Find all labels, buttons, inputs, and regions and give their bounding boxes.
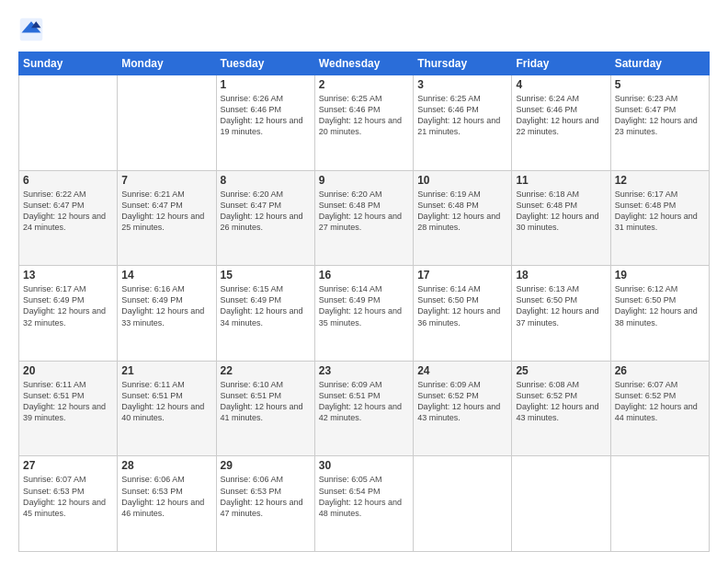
calendar-cell: 3Sunrise: 6:25 AM Sunset: 6:46 PM Daylig… bbox=[414, 75, 512, 171]
calendar-cell: 25Sunrise: 6:08 AM Sunset: 6:52 PM Dayli… bbox=[512, 361, 610, 456]
day-info: Sunrise: 6:17 AM Sunset: 6:48 PM Dayligh… bbox=[615, 189, 705, 234]
day-info: Sunrise: 6:25 AM Sunset: 6:46 PM Dayligh… bbox=[417, 93, 507, 138]
day-number: 23 bbox=[319, 364, 409, 377]
day-number: 30 bbox=[319, 459, 409, 472]
day-info: Sunrise: 6:24 AM Sunset: 6:46 PM Dayligh… bbox=[516, 93, 606, 138]
calendar-cell: 30Sunrise: 6:05 AM Sunset: 6:54 PM Dayli… bbox=[314, 456, 413, 552]
col-header-tuesday: Tuesday bbox=[216, 52, 314, 75]
calendar-cell: 28Sunrise: 6:06 AM Sunset: 6:53 PM Dayli… bbox=[118, 456, 216, 552]
calendar-cell: 8Sunrise: 6:20 AM Sunset: 6:47 PM Daylig… bbox=[216, 170, 314, 266]
calendar-cell: 1Sunrise: 6:26 AM Sunset: 6:46 PM Daylig… bbox=[216, 75, 314, 171]
day-info: Sunrise: 6:18 AM Sunset: 6:48 PM Dayligh… bbox=[516, 189, 606, 234]
calendar-cell bbox=[512, 456, 610, 552]
calendar-week-2: 6Sunrise: 6:22 AM Sunset: 6:47 PM Daylig… bbox=[19, 170, 710, 266]
calendar-week-1: 1Sunrise: 6:26 AM Sunset: 6:46 PM Daylig… bbox=[19, 75, 710, 171]
calendar-cell: 2Sunrise: 6:25 AM Sunset: 6:46 PM Daylig… bbox=[314, 75, 413, 171]
day-number: 8 bbox=[221, 174, 311, 187]
calendar-cell: 5Sunrise: 6:23 AM Sunset: 6:47 PM Daylig… bbox=[610, 75, 709, 171]
day-number: 28 bbox=[121, 459, 211, 472]
calendar-cell: 24Sunrise: 6:09 AM Sunset: 6:52 PM Dayli… bbox=[414, 361, 512, 456]
day-number: 6 bbox=[23, 174, 113, 187]
day-number: 18 bbox=[516, 269, 606, 282]
day-number: 13 bbox=[23, 269, 113, 282]
calendar-cell bbox=[610, 456, 709, 552]
calendar-cell: 10Sunrise: 6:19 AM Sunset: 6:48 PM Dayli… bbox=[414, 170, 512, 266]
day-number: 25 bbox=[516, 364, 606, 377]
logo-icon bbox=[18, 17, 44, 42]
day-info: Sunrise: 6:22 AM Sunset: 6:47 PM Dayligh… bbox=[23, 189, 113, 234]
col-header-friday: Friday bbox=[512, 52, 610, 75]
day-number: 7 bbox=[121, 174, 211, 187]
day-number: 1 bbox=[221, 78, 311, 91]
day-info: Sunrise: 6:25 AM Sunset: 6:46 PM Dayligh… bbox=[319, 93, 409, 138]
day-number: 9 bbox=[319, 174, 409, 187]
day-info: Sunrise: 6:09 AM Sunset: 6:51 PM Dayligh… bbox=[319, 379, 409, 424]
day-info: Sunrise: 6:14 AM Sunset: 6:50 PM Dayligh… bbox=[417, 283, 507, 328]
day-info: Sunrise: 6:09 AM Sunset: 6:52 PM Dayligh… bbox=[417, 379, 507, 424]
day-info: Sunrise: 6:23 AM Sunset: 6:47 PM Dayligh… bbox=[615, 93, 705, 138]
calendar-cell: 23Sunrise: 6:09 AM Sunset: 6:51 PM Dayli… bbox=[314, 361, 413, 456]
day-number: 12 bbox=[615, 174, 705, 187]
day-number: 14 bbox=[121, 269, 211, 282]
day-info: Sunrise: 6:07 AM Sunset: 6:53 PM Dayligh… bbox=[23, 474, 113, 519]
day-number: 15 bbox=[221, 269, 311, 282]
calendar-cell: 14Sunrise: 6:16 AM Sunset: 6:49 PM Dayli… bbox=[118, 266, 216, 362]
calendar-week-4: 20Sunrise: 6:11 AM Sunset: 6:51 PM Dayli… bbox=[19, 361, 710, 456]
calendar-cell: 4Sunrise: 6:24 AM Sunset: 6:46 PM Daylig… bbox=[512, 75, 610, 171]
calendar-cell bbox=[19, 75, 118, 171]
calendar-cell: 19Sunrise: 6:12 AM Sunset: 6:50 PM Dayli… bbox=[610, 266, 709, 362]
day-number: 26 bbox=[615, 364, 705, 377]
day-number: 22 bbox=[221, 364, 311, 377]
calendar-week-3: 13Sunrise: 6:17 AM Sunset: 6:49 PM Dayli… bbox=[19, 266, 710, 362]
calendar-cell: 7Sunrise: 6:21 AM Sunset: 6:47 PM Daylig… bbox=[118, 170, 216, 266]
calendar-cell: 11Sunrise: 6:18 AM Sunset: 6:48 PM Dayli… bbox=[512, 170, 610, 266]
day-info: Sunrise: 6:20 AM Sunset: 6:48 PM Dayligh… bbox=[319, 189, 409, 234]
day-info: Sunrise: 6:11 AM Sunset: 6:51 PM Dayligh… bbox=[121, 379, 211, 424]
day-info: Sunrise: 6:11 AM Sunset: 6:51 PM Dayligh… bbox=[23, 379, 113, 424]
calendar-cell: 17Sunrise: 6:14 AM Sunset: 6:50 PM Dayli… bbox=[414, 266, 512, 362]
calendar-cell: 27Sunrise: 6:07 AM Sunset: 6:53 PM Dayli… bbox=[19, 456, 118, 552]
day-number: 19 bbox=[615, 269, 705, 282]
day-info: Sunrise: 6:20 AM Sunset: 6:47 PM Dayligh… bbox=[221, 189, 311, 234]
day-info: Sunrise: 6:14 AM Sunset: 6:49 PM Dayligh… bbox=[319, 283, 409, 328]
day-info: Sunrise: 6:13 AM Sunset: 6:50 PM Dayligh… bbox=[516, 283, 606, 328]
day-number: 17 bbox=[417, 269, 507, 282]
day-number: 20 bbox=[23, 364, 113, 377]
calendar-cell: 20Sunrise: 6:11 AM Sunset: 6:51 PM Dayli… bbox=[19, 361, 118, 456]
calendar-cell bbox=[414, 456, 512, 552]
calendar-cell: 12Sunrise: 6:17 AM Sunset: 6:48 PM Dayli… bbox=[610, 170, 709, 266]
col-header-saturday: Saturday bbox=[610, 52, 709, 75]
day-info: Sunrise: 6:17 AM Sunset: 6:49 PM Dayligh… bbox=[23, 283, 113, 328]
day-info: Sunrise: 6:16 AM Sunset: 6:49 PM Dayligh… bbox=[121, 283, 211, 328]
calendar-cell: 16Sunrise: 6:14 AM Sunset: 6:49 PM Dayli… bbox=[314, 266, 413, 362]
col-header-wednesday: Wednesday bbox=[314, 52, 413, 75]
calendar-cell: 6Sunrise: 6:22 AM Sunset: 6:47 PM Daylig… bbox=[19, 170, 118, 266]
calendar-cell: 13Sunrise: 6:17 AM Sunset: 6:49 PM Dayli… bbox=[19, 266, 118, 362]
calendar-table: SundayMondayTuesdayWednesdayThursdayFrid… bbox=[18, 52, 710, 552]
calendar-cell: 18Sunrise: 6:13 AM Sunset: 6:50 PM Dayli… bbox=[512, 266, 610, 362]
col-header-sunday: Sunday bbox=[19, 52, 118, 75]
day-number: 3 bbox=[417, 78, 507, 91]
day-info: Sunrise: 6:12 AM Sunset: 6:50 PM Dayligh… bbox=[615, 283, 705, 328]
day-info: Sunrise: 6:06 AM Sunset: 6:53 PM Dayligh… bbox=[221, 474, 311, 519]
calendar-cell: 29Sunrise: 6:06 AM Sunset: 6:53 PM Dayli… bbox=[216, 456, 314, 552]
day-number: 29 bbox=[221, 459, 311, 472]
day-number: 5 bbox=[615, 78, 705, 91]
day-number: 21 bbox=[121, 364, 211, 377]
calendar-cell: 15Sunrise: 6:15 AM Sunset: 6:49 PM Dayli… bbox=[216, 266, 314, 362]
day-number: 24 bbox=[417, 364, 507, 377]
day-info: Sunrise: 6:05 AM Sunset: 6:54 PM Dayligh… bbox=[319, 474, 409, 519]
day-number: 4 bbox=[516, 78, 606, 91]
day-info: Sunrise: 6:21 AM Sunset: 6:47 PM Dayligh… bbox=[121, 189, 211, 234]
day-info: Sunrise: 6:07 AM Sunset: 6:52 PM Dayligh… bbox=[615, 379, 705, 424]
calendar-cell: 26Sunrise: 6:07 AM Sunset: 6:52 PM Dayli… bbox=[610, 361, 709, 456]
logo bbox=[18, 17, 48, 42]
day-info: Sunrise: 6:15 AM Sunset: 6:49 PM Dayligh… bbox=[221, 283, 311, 328]
col-header-monday: Monday bbox=[118, 52, 216, 75]
header bbox=[18, 17, 710, 42]
calendar-header-row: SundayMondayTuesdayWednesdayThursdayFrid… bbox=[19, 52, 710, 75]
day-info: Sunrise: 6:26 AM Sunset: 6:46 PM Dayligh… bbox=[221, 93, 311, 138]
day-number: 16 bbox=[319, 269, 409, 282]
calendar-cell: 21Sunrise: 6:11 AM Sunset: 6:51 PM Dayli… bbox=[118, 361, 216, 456]
day-info: Sunrise: 6:10 AM Sunset: 6:51 PM Dayligh… bbox=[221, 379, 311, 424]
